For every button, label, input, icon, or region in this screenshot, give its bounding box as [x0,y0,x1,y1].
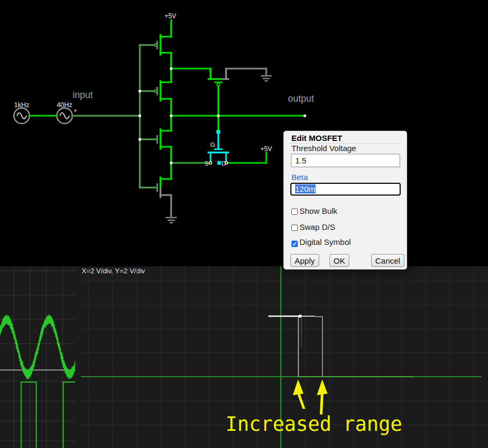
threshold-voltage-label: Threshold Voltage [291,144,356,153]
supply-top-label: +5V [164,12,176,20]
output-label: output [288,93,314,104]
swap-ds-row[interactable]: Swap D/S [291,222,335,230]
cancel-button[interactable]: Cancel [371,254,405,267]
source-pin-label: S [205,160,209,167]
show-bulk-checkbox[interactable] [291,208,298,215]
edit-mosfet-dialog[interactable]: Edit MOSFET Threshold Voltage 1.5 Beta 1… [283,131,407,270]
left-grid [0,266,76,448]
drain-pin-label: D [222,160,226,167]
ground-symbol-right[interactable] [261,76,272,81]
digital-symbol-label: Digital Symbol [299,237,351,247]
scope-panel-left[interactable] [0,266,76,448]
show-bulk-label: Show Bulk [299,206,337,215]
digital-symbol-checkbox[interactable]: ✓ [291,241,298,247]
ac-source-40hz[interactable]: 40Hz * [57,101,77,124]
scope-panel-right[interactable]: X=2 V/div, Y=2 V/div Increased range [81,266,488,448]
circuit-canvas[interactable]: 1kHz 40Hz * [0,0,488,266]
square-trace [21,382,76,448]
pmos2-transistor[interactable] [154,80,171,102]
pmos1-transistor[interactable] [154,34,171,56]
input-label: input [73,89,93,100]
nmos1-transistor[interactable] [157,129,171,150]
gate-pin-label: G [211,141,215,148]
ac-source-1khz[interactable]: 1kHz [14,101,29,124]
scope-scale-label: X=2 V/div, Y=2 V/div [82,267,146,275]
scope-area[interactable]: X=2 V/div, Y=2 V/div Increased range [0,266,488,448]
beta-label[interactable]: Beta [291,173,308,182]
sine-trace [0,314,75,379]
dialog-title: Edit MOSFET [291,133,342,143]
nmos2-transistor[interactable] [157,177,171,198]
wires [29,20,305,217]
apply-button[interactable]: Apply [290,254,319,267]
source2-label: 40Hz [57,101,72,109]
ok-button[interactable]: OK [329,254,350,267]
xy-trace [268,315,322,377]
threshold-voltage-input[interactable]: 1.5 [291,154,400,167]
swap-ds-label: Swap D/S [299,222,335,232]
source1-label: 1kHz [14,101,29,109]
supply-right-label: +5V [260,145,272,153]
digital-symbol-row[interactable]: ✓Digital Symbol [291,237,351,245]
circuit-simulator-window: 1kHz 40Hz * [0,0,488,448]
pmos3-transistor[interactable] [208,69,229,86]
selected-marker: * [74,108,77,116]
beta-input[interactable]: 120m [290,183,401,196]
annotation-text: Increased range [226,413,402,436]
selected-mosfet[interactable]: G S D [205,130,229,167]
ground-symbol-bottom[interactable] [166,218,177,223]
swap-ds-checkbox[interactable] [291,225,298,231]
show-bulk-row[interactable]: Show Bulk [291,206,337,214]
annotation-arrows [293,379,328,415]
